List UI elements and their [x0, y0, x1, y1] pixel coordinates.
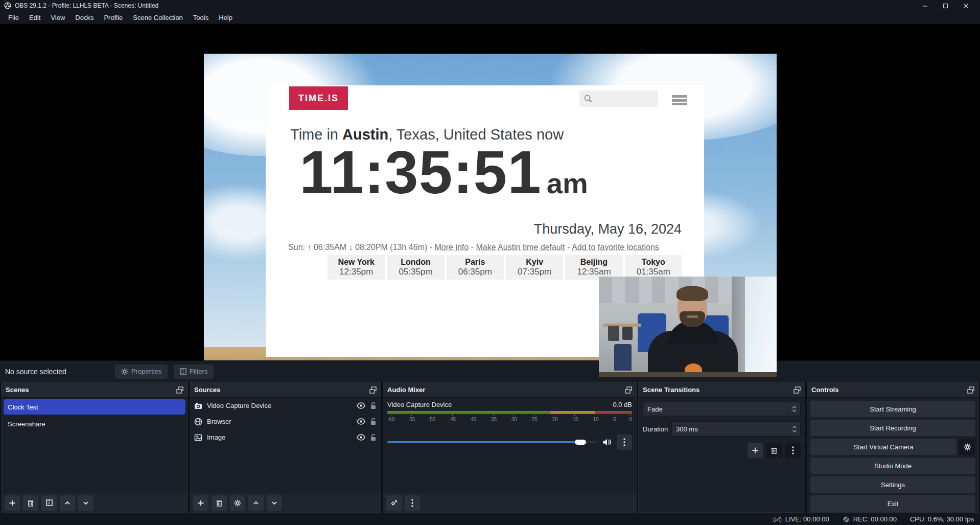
menu-docks[interactable]: Docks [70, 12, 99, 23]
menu-edit[interactable]: Edit [24, 12, 45, 23]
remove-scene-button[interactable] [23, 495, 38, 511]
start-virtual-camera-button[interactable]: Start Virtual Camera [810, 439, 956, 455]
title-bar: OBS 29.1.2 - Profile: LLHLS BETA - Scene… [0, 0, 980, 11]
transition-menu-button[interactable] [785, 443, 801, 458]
remove-transition-button[interactable] [766, 443, 782, 458]
controls-title: Controls [811, 386, 838, 394]
popout-icon[interactable] [794, 386, 801, 394]
scenes-panel: Scenes Clock Test Screenshare [1, 382, 188, 513]
office-window [745, 277, 777, 377]
popout-icon[interactable] [625, 386, 632, 394]
spinner-arrows-icon[interactable] [789, 426, 800, 432]
sources-panel: Sources Video Capture Device Browser [190, 382, 381, 513]
add-transition-button[interactable] [748, 443, 763, 458]
maximize-button[interactable] [935, 0, 955, 11]
source-properties-button[interactable] [230, 495, 245, 511]
preview-canvas[interactable]: TIME.IS Time in Austin, Texas, United St… [0, 24, 980, 360]
move-scene-down-button[interactable] [78, 495, 94, 511]
city-box: Kyiv07:35pm [506, 255, 563, 280]
settings-button[interactable]: Settings [810, 476, 975, 493]
city-box: Paris06:35pm [447, 255, 504, 280]
close-button[interactable] [955, 0, 976, 11]
add-favorite-link: Add to favorite locations [572, 243, 659, 252]
add-scene-button[interactable] [5, 495, 20, 511]
move-scene-up-button[interactable] [60, 495, 75, 511]
source-row-browser[interactable]: Browser [190, 414, 381, 429]
lock-open-icon[interactable] [370, 433, 377, 441]
timeis-logo: TIME.IS [289, 86, 348, 110]
no-source-selected-label: No source selected [5, 368, 66, 376]
scenes-title: Scenes [6, 386, 29, 394]
hamburger-menu-icon [672, 94, 687, 107]
scene-item-screenshare[interactable]: Screenshare [4, 416, 185, 431]
transition-select[interactable]: Fade [643, 402, 801, 416]
volume-slider[interactable] [387, 441, 597, 443]
duration-label: Duration [643, 425, 671, 433]
advanced-audio-button[interactable] [386, 495, 402, 511]
scene-filters-button[interactable] [41, 495, 57, 511]
mixer-level-db: 0.0 dB [613, 401, 632, 408]
start-recording-button[interactable]: Start Recording [810, 420, 975, 436]
visibility-eye-icon[interactable] [357, 434, 365, 441]
person-hair [676, 286, 708, 301]
speaker-icon[interactable] [602, 438, 612, 446]
mixer-menu-button[interactable] [405, 495, 420, 511]
minimize-button[interactable] [915, 0, 935, 11]
start-streaming-button[interactable]: Start Streaming [810, 401, 975, 417]
source-row-image[interactable]: Image [190, 429, 381, 445]
lock-open-icon[interactable] [370, 418, 377, 425]
clock-time: 11:35:51 [299, 136, 542, 209]
add-source-button[interactable] [193, 495, 208, 511]
program-video: TIME.IS Time in Austin, Texas, United St… [204, 54, 777, 377]
source-row-video-capture[interactable]: Video Capture Device [190, 398, 381, 414]
date-text: Thursday, May 16, 2024 [534, 221, 682, 237]
live-status: LIVE: 00:00:00 [773, 515, 829, 523]
menu-help[interactable]: Help [214, 12, 238, 23]
filters-icon [180, 368, 186, 375]
exit-button[interactable]: Exit [810, 495, 975, 512]
menu-view[interactable]: View [45, 12, 70, 23]
person-beard [680, 311, 705, 327]
person-mouth [687, 315, 698, 318]
virtual-camera-config-button[interactable] [959, 439, 975, 455]
obs-window: OBS 29.1.2 - Profile: LLHLS BETA - Scene… [0, 0, 980, 525]
world-cities-row: New York12:35pm London05:35pm Paris06:35… [328, 255, 682, 280]
properties-button[interactable]: Properties [115, 364, 168, 379]
dock-area: Scenes Clock Test Screenshare Sources [0, 382, 980, 513]
duration-spinbox[interactable]: 300 ms [671, 421, 801, 437]
rec-status: REC: 00:00:00 [843, 515, 897, 523]
meter-scale: -60-55-50-45-40-35-30-25-20-15-10-50 [387, 415, 632, 422]
mixer-channel-name: Video Capture Device [387, 401, 452, 408]
city-box: London05:35pm [387, 255, 444, 280]
studio-mode-button[interactable]: Studio Mode [810, 458, 975, 474]
scene-item-clock-test[interactable]: Clock Test [4, 399, 185, 415]
office-chair [622, 327, 633, 340]
menu-tools[interactable]: Tools [188, 12, 214, 23]
city-box: Tokyo01:35am [625, 255, 682, 280]
move-source-down-button[interactable] [267, 495, 282, 511]
more-info-link: More info [435, 243, 469, 252]
status-bar: LIVE: 00:00:00 REC: 00:00:00 CPU: 0.6%, … [0, 513, 980, 525]
search-icon [584, 94, 593, 103]
filters-button[interactable]: Filters [174, 364, 214, 379]
move-source-up-button[interactable] [248, 495, 264, 511]
popout-icon[interactable] [967, 386, 974, 394]
visibility-eye-icon[interactable] [357, 402, 365, 409]
remove-source-button[interactable] [212, 495, 227, 511]
controls-panel: Controls Start Streaming Start Recording… [807, 382, 979, 513]
menu-file[interactable]: File [3, 12, 24, 23]
audio-mixer-title: Audio Mixer [387, 386, 425, 394]
visibility-eye-icon[interactable] [357, 418, 365, 425]
lock-open-icon[interactable] [370, 402, 377, 409]
menu-scene-collection[interactable]: Scene Collection [128, 12, 188, 23]
popout-icon[interactable] [176, 386, 183, 394]
menu-profile[interactable]: Profile [99, 12, 128, 23]
volume-slider-handle[interactable] [575, 440, 586, 445]
mixer-channel-menu-button[interactable] [617, 435, 632, 450]
popout-icon[interactable] [369, 386, 377, 394]
gear-icon [121, 368, 128, 375]
record-off-icon [843, 516, 850, 523]
sources-title: Sources [194, 386, 220, 394]
transitions-title: Scene Transitions [643, 386, 699, 394]
city-box: New York12:35pm [328, 255, 385, 280]
